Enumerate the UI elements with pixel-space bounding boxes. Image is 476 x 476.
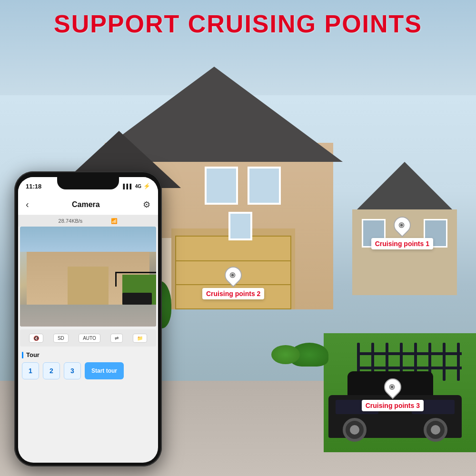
- wifi-icon: 📶: [111, 218, 118, 224]
- tour-buttons: 1 2 3 Start tour: [20, 362, 156, 379]
- tour-button-3[interactable]: 3: [64, 362, 81, 379]
- controls-strip: 🔇 SD AUTO ⇌ 📁: [20, 329, 156, 347]
- fence-post-7: [443, 343, 446, 381]
- sd-button[interactable]: SD: [53, 334, 69, 343]
- pin-icon-1: [393, 214, 412, 236]
- network-label: 4G: [135, 184, 141, 189]
- window-2: [248, 167, 281, 205]
- tour-label: Tour: [20, 351, 156, 358]
- speed-label: 28.74KB/s: [59, 218, 83, 224]
- phone-notch: [57, 177, 119, 189]
- house-right-roof: [352, 162, 457, 214]
- shrub-2: [271, 345, 300, 364]
- car-wheel-right: [424, 418, 447, 442]
- battery-icon: ⚡: [143, 183, 150, 189]
- nav-title: Camera: [72, 200, 100, 209]
- car-wheel-left: [343, 418, 367, 442]
- phone-screen: 11:18 ▌▌▌ 4G ⚡ ‹ Camera ⚙ 28.74KB/s: [18, 177, 158, 463]
- status-time: 11:18: [26, 183, 41, 190]
- cruising-point-1-label: Cruising points 1: [371, 238, 433, 249]
- main-scene: SUPPORT CRUISING POINTS Cruising points …: [0, 0, 476, 476]
- auto-button[interactable]: AUTO: [79, 334, 100, 343]
- nav-bar: ‹ Camera ⚙: [18, 194, 158, 215]
- cruising-point-2: Cruising points 2: [202, 264, 264, 299]
- tour-button-2[interactable]: 2: [43, 362, 60, 379]
- fence-post-8: [457, 343, 460, 381]
- feed-car: [122, 293, 152, 305]
- tour-section: Tour 1 2 3 Start tour: [20, 351, 156, 379]
- cruising-point-1: Cruising points 1: [371, 214, 433, 249]
- pin-icon-3: [383, 376, 402, 398]
- phone-frame: 11:18 ▌▌▌ 4G ⚡ ‹ Camera ⚙ 28.74KB/s: [14, 171, 162, 466]
- page-title: SUPPORT CRUISING POINTS: [0, 10, 476, 38]
- folder-button[interactable]: 📁: [133, 334, 147, 343]
- cruising-point-2-label: Cruising points 2: [202, 288, 264, 299]
- start-tour-button[interactable]: Start tour: [85, 362, 124, 379]
- mute-button[interactable]: 🔇: [29, 334, 43, 343]
- cruising-point-3-label: Cruising points 3: [362, 400, 424, 411]
- status-icons: ▌▌▌ 4G ⚡: [123, 183, 150, 189]
- feed-road: [20, 305, 156, 327]
- back-button[interactable]: ‹: [26, 199, 29, 210]
- window-1: [205, 167, 238, 205]
- share-button[interactable]: ⇌: [110, 334, 123, 343]
- signal-icon: ▌▌▌: [123, 184, 133, 189]
- tour-label-text: Tour: [26, 351, 40, 358]
- phone-container: 11:18 ▌▌▌ 4G ⚡ ‹ Camera ⚙ 28.74KB/s: [14, 171, 162, 466]
- feed-garage: [68, 267, 109, 307]
- settings-icon[interactable]: ⚙: [143, 199, 150, 210]
- speed-bar: 28.74KB/s 📶: [18, 215, 158, 227]
- camera-feed: [20, 227, 156, 327]
- cruising-point-3: Cruising points 3: [362, 376, 424, 411]
- feed-fence: [115, 272, 156, 287]
- window-3: [228, 212, 252, 240]
- tour-button-1[interactable]: 1: [22, 362, 39, 379]
- feed-sky: [20, 227, 156, 252]
- tour-label-bar: [22, 352, 23, 358]
- pin-icon-2: [224, 264, 243, 286]
